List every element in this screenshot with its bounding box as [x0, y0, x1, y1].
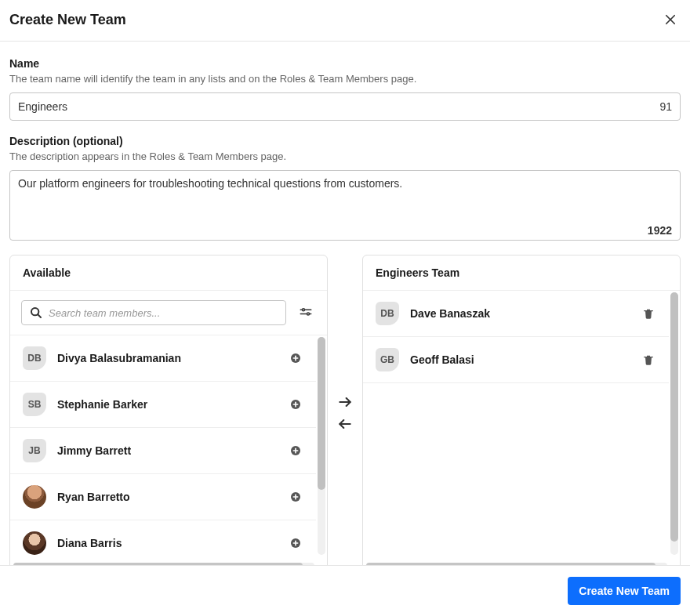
name-counter: 91 — [653, 100, 672, 113]
description-counter: 1922 — [648, 224, 672, 237]
add-member-button[interactable] — [288, 489, 303, 505]
team-member-row[interactable]: GBGeoff Balasi — [363, 337, 669, 383]
trash-icon — [642, 307, 655, 320]
modal-title: Create New Team — [9, 12, 126, 28]
available-member-row[interactable]: DBDivya Balasubramanian — [10, 335, 316, 382]
available-member-row[interactable]: Ryan Barretto — [10, 474, 316, 520]
member-name: Dave Banaszak — [410, 307, 630, 320]
team-panel: Engineers Team DBDave BanaszakGBGeoff Ba… — [362, 255, 681, 571]
available-list-wrap: DBDivya BalasubramanianSBStephanie Barke… — [10, 335, 327, 571]
member-name: Diana Barris — [57, 537, 277, 549]
scrollbar-thumb[interactable] — [318, 337, 325, 490]
avatar — [23, 485, 46, 509]
member-name: Divya Balasubramanian — [57, 352, 277, 364]
plus-circle-icon — [289, 491, 302, 503]
available-vscrollbar[interactable] — [318, 337, 325, 555]
team-list[interactable]: DBDave BanaszakGBGeoff Balasi — [363, 291, 669, 561]
svg-point-7 — [307, 313, 310, 315]
description-help: The description appears in the Roles & T… — [9, 150, 681, 162]
available-member-row[interactable]: JBJimmy Barrett — [10, 428, 316, 474]
search-row — [10, 291, 327, 335]
description-label: Description (optional) — [9, 135, 681, 147]
available-member-row[interactable]: Diana Barris — [10, 520, 316, 561]
add-member-button[interactable] — [288, 350, 303, 366]
create-team-button[interactable]: Create New Team — [568, 577, 681, 605]
avatar: DB — [23, 346, 46, 370]
transfer-arrows — [334, 394, 356, 432]
svg-point-5 — [303, 309, 305, 311]
scrollbar-thumb[interactable] — [670, 292, 678, 542]
plus-circle-icon — [289, 537, 302, 549]
close-icon — [663, 13, 677, 27]
modal-footer: Create New Team — [0, 565, 690, 616]
name-input[interactable] — [18, 100, 653, 113]
trash-icon — [642, 353, 655, 366]
search-box — [21, 300, 286, 325]
plus-circle-icon — [289, 444, 302, 457]
name-input-wrapper: 91 — [9, 92, 681, 121]
team-list-wrap: DBDave BanaszakGBGeoff Balasi — [363, 291, 680, 571]
available-member-row[interactable]: SBStephanie Barker — [10, 382, 316, 428]
arrow-right-icon — [337, 394, 353, 410]
search-input[interactable] — [49, 307, 278, 319]
team-panel-title: Engineers Team — [363, 255, 680, 291]
add-member-button[interactable] — [288, 443, 303, 458]
available-panel: Available — [9, 255, 328, 571]
team-vscrollbar[interactable] — [670, 292, 678, 555]
avatar: JB — [23, 439, 46, 462]
arrow-left-icon — [337, 416, 353, 432]
name-label: Name — [9, 57, 681, 70]
description-textarea[interactable] — [18, 177, 672, 221]
modal-body: Name The team name will identify the tea… — [0, 42, 690, 581]
modal-header: Create New Team — [0, 0, 690, 42]
remove-member-button[interactable] — [641, 352, 656, 368]
member-name: Jimmy Barrett — [57, 444, 277, 457]
avatar — [23, 531, 46, 555]
search-icon — [30, 306, 42, 319]
name-help: The team name will identify the team in … — [9, 73, 681, 85]
add-member-button[interactable] — [288, 397, 303, 412]
plus-circle-icon — [289, 352, 302, 364]
avatar: GB — [376, 348, 399, 371]
remove-member-button[interactable] — [641, 306, 656, 321]
filter-button[interactable] — [296, 303, 316, 323]
transfer-container: Available — [9, 255, 681, 571]
avatar: DB — [376, 302, 399, 325]
svg-line-3 — [38, 314, 41, 317]
team-member-row[interactable]: DBDave Banaszak — [363, 291, 669, 337]
description-textarea-wrapper: 1922 — [9, 170, 681, 241]
available-list[interactable]: DBDivya BalasubramanianSBStephanie Barke… — [10, 335, 316, 561]
filter-icon — [299, 306, 313, 320]
close-button[interactable] — [660, 9, 681, 30]
add-member-button[interactable] — [288, 535, 303, 551]
avatar: SB — [23, 393, 46, 416]
member-name: Ryan Barretto — [57, 491, 277, 503]
plus-circle-icon — [289, 398, 302, 411]
member-name: Stephanie Barker — [57, 398, 277, 411]
member-name: Geoff Balasi — [410, 353, 630, 366]
available-panel-title: Available — [10, 255, 327, 291]
